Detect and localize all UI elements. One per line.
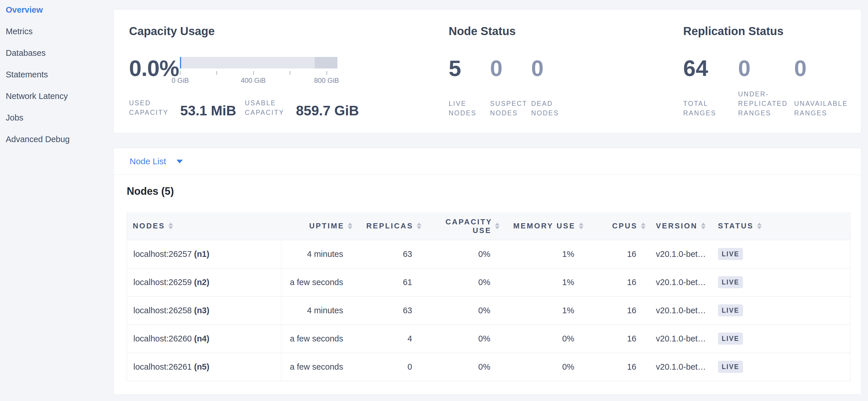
node-address[interactable]: localhost:26260 (n4) (127, 324, 281, 353)
sort-icon[interactable] (701, 223, 706, 229)
node-cpus: 16 (588, 324, 650, 353)
suspect-nodes-label: SUSPECT NODES (490, 99, 526, 118)
live-nodes-label: LIVE NODES (449, 99, 485, 118)
under-replicated-ranges-count: 0 (738, 57, 794, 79)
capacity-bar-used-segment (180, 57, 181, 68)
column-header-memory-use[interactable]: MEMORY USE (504, 212, 588, 240)
node-cpus: 16 (588, 268, 650, 296)
node-address[interactable]: localhost:26258 (n3) (127, 296, 281, 324)
node-replicas: 63 (357, 240, 426, 268)
node-version: v20.1.0-bet… (650, 324, 715, 353)
usable-capacity-label: USABLE CAPACITY (245, 98, 288, 117)
node-capacity-use: 0% (426, 268, 504, 296)
used-capacity-value: 53.1 MiB (180, 104, 236, 117)
node-capacity-use: 0% (426, 353, 504, 381)
nodes-table: NODES UPTIME REPLICAS CAPACITY USE (127, 212, 850, 381)
node-list-dropdown-label[interactable]: Node List (130, 156, 166, 166)
live-nodes-count: 5 (449, 57, 490, 79)
unavailable-ranges-count: 0 (794, 57, 806, 79)
node-memory-use: 1% (504, 296, 588, 324)
sort-icon[interactable] (641, 223, 646, 229)
table-row: localhost:26259 (n2) a few seconds 61 0%… (127, 268, 850, 296)
capacity-usage-title: Capacity Usage (129, 24, 449, 38)
node-version: v20.1.0-bet… (650, 296, 715, 324)
column-header-replicas[interactable]: REPLICAS (357, 212, 426, 240)
unavailable-ranges-label: UNAVAILABLE RANGES (794, 99, 855, 118)
axis-label-400gib: 400 GiB (241, 77, 266, 85)
node-uptime: a few seconds (281, 353, 357, 381)
sidebar-item-advanced-debug[interactable]: Advanced Debug (0, 130, 114, 152)
axis-label-800gib: 800 GiB (314, 77, 339, 85)
sort-icon[interactable] (495, 223, 499, 229)
node-version: v20.1.0-bet… (650, 353, 715, 381)
usable-capacity-value: 859.7 GiB (296, 104, 359, 117)
node-list-body: Nodes (5) NODES (114, 185, 861, 381)
capacity-bar-secondary-segment (315, 57, 337, 68)
node-capacity-use: 0% (426, 324, 504, 353)
node-uptime: a few seconds (281, 268, 357, 296)
status-badge: LIVE (718, 304, 743, 316)
sidebar-item-network-latency[interactable]: Network Latency (0, 87, 114, 109)
usable-capacity-stat: USABLE CAPACITY 859.7 GiB (245, 98, 359, 117)
node-replicas: 4 (357, 324, 426, 353)
node-version: v20.1.0-bet… (650, 268, 715, 296)
sort-icon[interactable] (417, 223, 421, 229)
column-header-cpus[interactable]: CPUS (588, 212, 650, 240)
sidebar-item-databases[interactable]: Databases (0, 44, 114, 65)
under-replicated-ranges-label: UNDER-REPLICATED RANGES (738, 89, 790, 118)
sort-icon[interactable] (168, 223, 173, 229)
table-header-row: NODES UPTIME REPLICAS CAPACITY USE (127, 212, 850, 240)
axis-label-0gib: 0 GiB (172, 77, 189, 85)
node-cpus: 16 (588, 353, 650, 381)
capacity-used-percent: 0.0% (129, 57, 180, 79)
table-row: localhost:26260 (n4) a few seconds 4 0% … (127, 324, 850, 353)
main-content: Capacity Usage 0.0% (114, 0, 868, 401)
capacity-axis-ticks (180, 71, 337, 75)
sort-icon[interactable] (348, 223, 352, 229)
status-badge: LIVE (718, 333, 743, 345)
capacity-axis-labels: 0 GiB 400 GiB 800 GiB (180, 77, 337, 85)
node-replicas: 63 (357, 296, 426, 324)
node-address[interactable]: localhost:26259 (n2) (127, 268, 281, 296)
node-status-section: Node Status 5 0 0 LIVE NODES SUSPECT NOD… (449, 9, 683, 133)
table-row: localhost:26258 (n3) 4 minutes 63 0% 1% … (127, 296, 850, 324)
capacity-gauge: 0 GiB 400 GiB 800 GiB (180, 57, 341, 85)
sort-icon[interactable] (757, 223, 762, 229)
column-header-nodes[interactable]: NODES (127, 212, 281, 240)
node-cpus: 16 (588, 296, 650, 324)
table-row: localhost:26261 (n5) a few seconds 0 0% … (127, 353, 850, 381)
total-ranges-label: TOTAL RANGES (683, 99, 719, 118)
node-address[interactable]: localhost:26261 (n5) (127, 353, 281, 381)
sidebar-item-overview[interactable]: Overview (0, 1, 114, 22)
used-capacity-stat: USED CAPACITY 53.1 MiB (129, 98, 236, 117)
status-badge: LIVE (718, 276, 743, 288)
suspect-nodes-count: 0 (490, 57, 531, 79)
chevron-down-icon (177, 160, 183, 163)
sort-icon[interactable] (579, 223, 584, 229)
node-capacity-use: 0% (426, 296, 504, 324)
total-ranges-count: 64 (683, 57, 738, 79)
node-list-dropdown[interactable]: Node List (114, 148, 861, 175)
node-memory-use: 1% (504, 268, 588, 296)
node-list-card: Node List Nodes (5) NODES (114, 148, 861, 395)
node-uptime: a few seconds (281, 324, 357, 353)
capacity-usage-section: Capacity Usage 0.0% (114, 9, 449, 133)
column-header-status[interactable]: STATUS (715, 212, 850, 240)
dead-nodes-count: 0 (531, 57, 544, 79)
column-header-uptime[interactable]: UPTIME (281, 212, 357, 240)
sidebar-item-jobs[interactable]: Jobs (0, 109, 114, 130)
sidebar-item-metrics[interactable]: Metrics (0, 22, 114, 44)
node-capacity-use: 0% (426, 240, 504, 268)
dead-nodes-label: DEAD NODES (531, 99, 567, 118)
sidebar-item-statements[interactable]: Statements (0, 65, 114, 87)
table-row: localhost:26257 (n1) 4 minutes 63 0% 1% … (127, 240, 850, 268)
cluster-summary-card: Capacity Usage 0.0% (114, 9, 861, 133)
column-header-capacity-use[interactable]: CAPACITY USE (426, 212, 504, 240)
nodes-count-title: Nodes (5) (127, 185, 850, 197)
node-version: v20.1.0-bet… (650, 240, 715, 268)
column-header-version[interactable]: VERSION (650, 212, 715, 240)
node-status-title: Node Status (449, 24, 683, 38)
node-memory-use: 0% (504, 324, 588, 353)
status-badge: LIVE (718, 248, 743, 260)
node-address[interactable]: localhost:26257 (n1) (127, 240, 281, 268)
